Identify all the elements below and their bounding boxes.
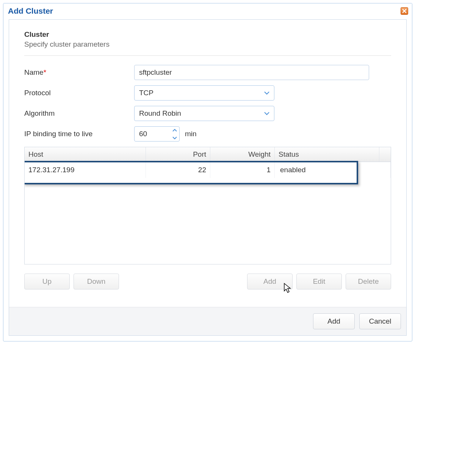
td-status: enabled <box>275 162 391 178</box>
ttl-unit: min <box>185 130 197 138</box>
add-button[interactable]: Add <box>313 313 355 329</box>
add-row-button[interactable]: Add <box>247 274 293 289</box>
td-weight: 1 <box>210 162 275 178</box>
algorithm-label: Algorithm <box>24 109 134 118</box>
row-action-buttons: Up Down Add Edit Delete <box>24 274 391 303</box>
table-row[interactable]: 172.31.27.199 22 1 enabled <box>25 162 391 178</box>
right-button-group: Add Edit Delete <box>247 274 391 289</box>
chevron-down-icon <box>263 112 271 115</box>
form-section: Cluster Specify cluster parameters Name*… <box>9 20 406 307</box>
dialog-footer: Add Cancel <box>9 307 406 335</box>
algorithm-value: Round Robin <box>139 109 263 118</box>
left-button-group: Up Down <box>24 274 119 289</box>
delete-button[interactable]: Delete <box>346 274 391 289</box>
required-asterisk: * <box>44 68 46 76</box>
close-icon <box>402 9 407 13</box>
cancel-button[interactable]: Cancel <box>359 313 401 329</box>
name-input[interactable] <box>134 65 369 80</box>
table-header: Host Port Weight Status <box>25 147 391 162</box>
row-protocol: Protocol TCP <box>24 85 391 101</box>
name-label: Name* <box>24 68 134 77</box>
ttl-spinner-wrap: 60 min <box>134 126 197 142</box>
spinner-down[interactable] <box>170 134 179 141</box>
down-button[interactable]: Down <box>74 274 119 289</box>
td-host: 172.31.27.199 <box>25 162 146 178</box>
protocol-value: TCP <box>139 89 263 97</box>
close-button[interactable] <box>401 7 408 15</box>
protocol-label: Protocol <box>24 89 134 97</box>
th-port: Port <box>146 147 210 162</box>
th-host: Host <box>25 147 146 162</box>
chevron-down-icon <box>172 136 177 139</box>
protocol-select[interactable]: TCP <box>134 85 274 101</box>
row-ttl: IP binding time to live 60 <box>24 126 391 142</box>
ttl-spinner[interactable]: 60 <box>134 126 180 142</box>
th-status: Status <box>275 147 379 162</box>
spinner-arrows <box>170 127 179 141</box>
algorithm-select[interactable]: Round Robin <box>134 106 274 121</box>
row-algorithm: Algorithm Round Robin <box>24 106 391 121</box>
spinner-up[interactable] <box>170 127 179 134</box>
section-subheading: Specify cluster parameters <box>24 40 391 49</box>
titlebar: Add Cluster <box>3 3 412 18</box>
up-button[interactable]: Up <box>24 274 70 289</box>
add-cluster-dialog: Add Cluster Cluster Specify cluster para… <box>3 3 412 341</box>
row-name: Name* <box>24 65 391 80</box>
hosts-table: Host Port Weight Status 172.31.27.199 22… <box>24 147 391 264</box>
name-label-text: Name <box>24 68 44 76</box>
td-port: 22 <box>146 162 210 178</box>
section-heading: Cluster <box>24 30 391 39</box>
divider <box>24 55 391 56</box>
edit-button[interactable]: Edit <box>296 274 342 289</box>
th-spacer <box>379 147 391 162</box>
chevron-down-icon <box>263 91 271 95</box>
content-frame: Cluster Specify cluster parameters Name*… <box>9 19 407 336</box>
dialog-title: Add Cluster <box>8 6 53 16</box>
chevron-up-icon <box>172 129 177 132</box>
ttl-label: IP binding time to live <box>24 130 134 138</box>
ttl-value: 60 <box>135 127 170 141</box>
th-weight: Weight <box>210 147 275 162</box>
